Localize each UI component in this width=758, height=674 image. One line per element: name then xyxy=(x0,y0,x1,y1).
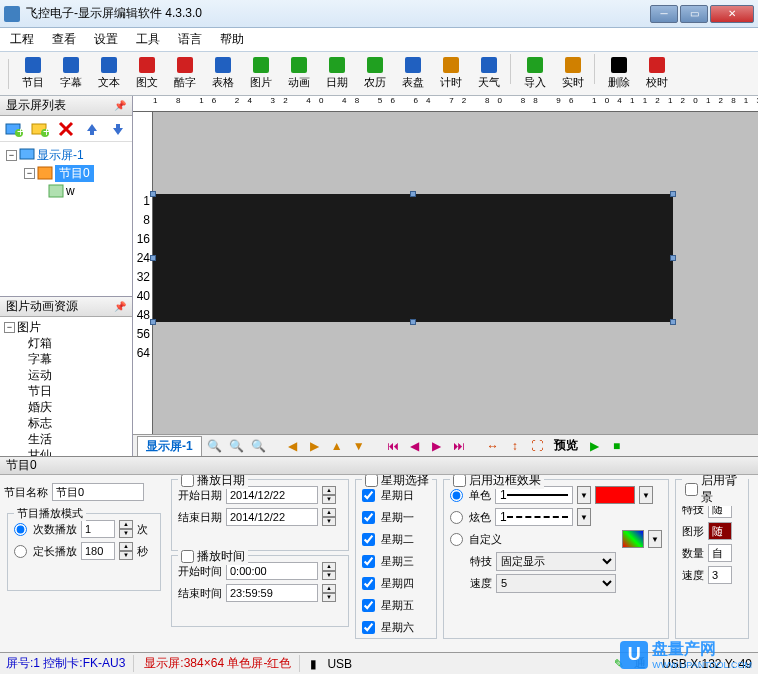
arrow-right-icon[interactable]: ▶ xyxy=(306,438,324,454)
toolbar-节目[interactable]: 节目 xyxy=(14,54,52,94)
border-color-swatch[interactable] xyxy=(595,486,635,504)
tree-item-label[interactable]: w xyxy=(66,184,75,198)
resource-item[interactable]: 字幕 xyxy=(4,351,128,367)
toolbar-天气[interactable]: 天气 xyxy=(470,54,508,94)
pin-icon[interactable]: 📌 xyxy=(114,301,126,312)
arrow-left-icon[interactable]: ◀ xyxy=(284,438,302,454)
resource-item[interactable]: 生活 xyxy=(4,431,128,447)
end-time-input[interactable] xyxy=(226,584,318,602)
dropdown-icon[interactable]: ▼ xyxy=(577,486,591,504)
zoom-reset-icon[interactable]: 🔍 xyxy=(228,438,246,454)
bg-speed-input[interactable] xyxy=(708,566,732,584)
stretch-v-icon[interactable]: ↕ xyxy=(506,438,524,454)
program-name-input[interactable] xyxy=(52,483,144,501)
resource-item[interactable]: 标志 xyxy=(4,415,128,431)
add-screen-button[interactable]: + xyxy=(4,119,24,139)
menu-language[interactable]: 语言 xyxy=(178,31,202,48)
custom-pattern-button[interactable] xyxy=(622,530,644,548)
toolbar-字幕[interactable]: 字幕 xyxy=(52,54,90,94)
minimize-button[interactable]: ─ xyxy=(650,5,678,23)
canvas[interactable] xyxy=(153,112,758,434)
next-icon[interactable]: ▶ xyxy=(428,438,446,454)
toolbar-计时[interactable]: 计时 xyxy=(432,54,470,94)
bg-count-input[interactable] xyxy=(708,544,732,562)
weekday-checkbox[interactable] xyxy=(362,555,375,568)
resource-item[interactable]: 节日 xyxy=(4,383,128,399)
bg-enable-checkbox[interactable] xyxy=(685,483,698,496)
resource-item[interactable]: 甘仙 xyxy=(4,447,128,456)
last-icon[interactable]: ⏭ xyxy=(450,438,468,454)
toolbar-表格[interactable]: 表格 xyxy=(204,54,242,94)
toolbar-导入[interactable]: 导入 xyxy=(516,54,554,94)
toolbar-文本[interactable]: 文本 xyxy=(90,54,128,94)
weekday-checkbox[interactable] xyxy=(362,489,375,502)
expand-icon[interactable]: − xyxy=(6,150,17,161)
close-button[interactable]: ✕ xyxy=(710,5,754,23)
weekday-checkbox[interactable] xyxy=(362,621,375,634)
resource-item[interactable]: 灯箱 xyxy=(4,335,128,351)
pin-icon[interactable]: 📌 xyxy=(114,100,126,111)
delete-button[interactable] xyxy=(56,119,76,139)
menu-help[interactable]: 帮助 xyxy=(220,31,244,48)
toolbar-图文[interactable]: 图文 xyxy=(128,54,166,94)
border-speed-select[interactable]: 5 xyxy=(496,574,616,593)
border-effect-select[interactable]: 固定显示 xyxy=(496,552,616,571)
tree-program-label[interactable]: 节目0 xyxy=(55,165,94,182)
menu-project[interactable]: 工程 xyxy=(10,31,34,48)
play-count-input[interactable] xyxy=(81,520,115,538)
border-neon-radio[interactable] xyxy=(450,511,463,524)
border-single-radio[interactable] xyxy=(450,489,463,502)
toolbar-校时[interactable]: 校时 xyxy=(638,54,676,94)
arrow-up-icon[interactable]: ▲ xyxy=(328,438,346,454)
canvas-tab[interactable]: 显示屏-1 xyxy=(137,436,202,456)
end-date-input[interactable] xyxy=(226,508,318,526)
toolbar-日期[interactable]: 日期 xyxy=(318,54,356,94)
zoom-in-icon[interactable]: 🔍 xyxy=(206,438,224,454)
weekday-checkbox[interactable] xyxy=(362,599,375,612)
play-count-radio[interactable] xyxy=(14,523,27,536)
stop-icon[interactable]: ■ xyxy=(608,438,626,454)
resource-item[interactable]: 运动 xyxy=(4,367,128,383)
toolbar-图片[interactable]: 图片 xyxy=(242,54,280,94)
arrow-down-icon[interactable]: ▼ xyxy=(350,438,368,454)
first-icon[interactable]: ⏮ xyxy=(384,438,402,454)
screen-tree[interactable]: − 显示屏-1 − 节目0 w xyxy=(0,142,132,296)
toolbar-农历[interactable]: 农历 xyxy=(356,54,394,94)
resource-root[interactable]: 图片 xyxy=(17,319,41,336)
prev-icon[interactable]: ◀ xyxy=(406,438,424,454)
dropdown-icon[interactable]: ▼ xyxy=(577,508,591,526)
dropdown-icon[interactable]: ▼ xyxy=(648,530,662,548)
resource-item[interactable]: 婚庆 xyxy=(4,399,128,415)
border-neon-preview[interactable]: 1 xyxy=(495,508,573,526)
menu-tools[interactable]: 工具 xyxy=(136,31,160,48)
weekday-checkbox[interactable] xyxy=(362,511,375,524)
border-enable-checkbox[interactable] xyxy=(453,475,466,487)
resource-tree[interactable]: −图片 灯箱字幕运动节日婚庆标志生活甘仙 xyxy=(0,317,132,456)
fullscreen-icon[interactable]: ⛶ xyxy=(528,438,546,454)
play-duration-radio[interactable] xyxy=(14,545,27,558)
menu-view[interactable]: 查看 xyxy=(52,31,76,48)
playtime-enable-checkbox[interactable] xyxy=(181,550,194,563)
toolbar-动画[interactable]: 动画 xyxy=(280,54,318,94)
toolbar-实时[interactable]: 实时 xyxy=(554,54,592,94)
toolbar-表盘[interactable]: 表盘 xyxy=(394,54,432,94)
expand-icon[interactable]: − xyxy=(24,168,35,179)
toolbar-酷字[interactable]: 酷字 xyxy=(166,54,204,94)
playdate-enable-checkbox[interactable] xyxy=(181,475,194,487)
play-duration-input[interactable] xyxy=(81,542,115,560)
toolbar-删除[interactable]: 删除 xyxy=(600,54,638,94)
move-up-button[interactable] xyxy=(82,119,102,139)
expand-icon[interactable]: − xyxy=(4,322,15,333)
dropdown-icon[interactable]: ▼ xyxy=(639,486,653,504)
bg-shape-input[interactable] xyxy=(708,522,732,540)
weekday-checkbox[interactable] xyxy=(362,577,375,590)
tree-screen-label[interactable]: 显示屏-1 xyxy=(37,147,84,164)
maximize-button[interactable]: ▭ xyxy=(680,5,708,23)
move-down-button[interactable] xyxy=(108,119,128,139)
led-preview[interactable] xyxy=(153,194,673,322)
weekday-checkbox[interactable] xyxy=(362,533,375,546)
play-icon[interactable]: ▶ xyxy=(586,438,604,454)
border-custom-radio[interactable] xyxy=(450,533,463,546)
menu-settings[interactable]: 设置 xyxy=(94,31,118,48)
stretch-h-icon[interactable]: ↔ xyxy=(484,438,502,454)
